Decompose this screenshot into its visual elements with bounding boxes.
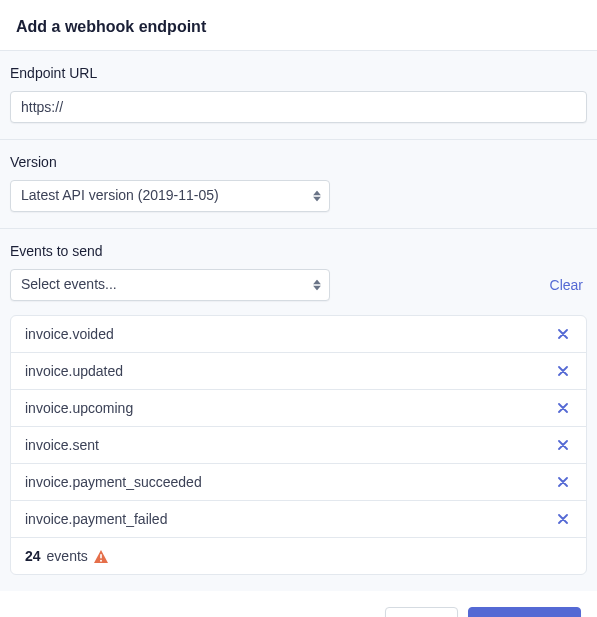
event-list: invoice.voided invoice.updated invoice.u… bbox=[10, 315, 587, 575]
endpoint-url-input[interactable] bbox=[10, 91, 587, 123]
clear-events-link[interactable]: Clear bbox=[550, 277, 587, 293]
event-item: invoice.payment_failed bbox=[11, 501, 586, 538]
modal-actions: Cancel Add endpoint bbox=[0, 591, 597, 617]
version-label: Version bbox=[10, 154, 587, 170]
event-item: invoice.sent bbox=[11, 427, 586, 464]
event-item: invoice.voided bbox=[11, 316, 586, 353]
remove-event-icon[interactable] bbox=[554, 472, 572, 492]
version-section: Version Latest API version (2019-11-05) bbox=[0, 140, 597, 229]
remove-event-icon[interactable] bbox=[554, 435, 572, 455]
remove-event-icon[interactable] bbox=[554, 509, 572, 529]
remove-event-icon[interactable] bbox=[554, 398, 572, 418]
version-selected-value: Latest API version (2019-11-05) bbox=[21, 187, 219, 203]
events-label: Events to send bbox=[10, 243, 587, 259]
events-select[interactable]: Select events... bbox=[10, 269, 330, 301]
select-caret-icon bbox=[313, 280, 321, 291]
modal-title: Add a webhook endpoint bbox=[16, 18, 581, 36]
event-count-number: 24 bbox=[25, 548, 41, 564]
events-placeholder: Select events... bbox=[21, 276, 117, 292]
event-name: invoice.voided bbox=[25, 326, 114, 342]
events-section: Events to send Select events... Clear in… bbox=[0, 229, 597, 591]
svg-rect-0 bbox=[100, 554, 102, 559]
remove-event-icon[interactable] bbox=[554, 324, 572, 344]
add-endpoint-button[interactable]: Add endpoint bbox=[468, 607, 581, 617]
event-name: invoice.sent bbox=[25, 437, 99, 453]
event-name: invoice.payment_succeeded bbox=[25, 474, 202, 490]
version-select[interactable]: Latest API version (2019-11-05) bbox=[10, 180, 330, 212]
event-item: invoice.payment_succeeded bbox=[11, 464, 586, 501]
event-count-label: events bbox=[47, 548, 88, 564]
modal-header: Add a webhook endpoint bbox=[0, 0, 597, 51]
event-name: invoice.updated bbox=[25, 363, 123, 379]
cancel-button[interactable]: Cancel bbox=[385, 607, 459, 617]
event-item: invoice.updated bbox=[11, 353, 586, 390]
event-count-footer: 24 events bbox=[11, 538, 586, 574]
events-control-row: Select events... Clear bbox=[10, 269, 587, 301]
webhook-modal: Add a webhook endpoint Endpoint URL Vers… bbox=[0, 0, 597, 617]
svg-point-1 bbox=[100, 559, 102, 561]
event-item: invoice.upcoming bbox=[11, 390, 586, 427]
event-name: invoice.upcoming bbox=[25, 400, 133, 416]
endpoint-url-section: Endpoint URL bbox=[0, 51, 597, 140]
endpoint-url-label: Endpoint URL bbox=[10, 65, 587, 81]
select-caret-icon bbox=[313, 191, 321, 202]
event-name: invoice.payment_failed bbox=[25, 511, 167, 527]
warning-icon bbox=[94, 550, 108, 563]
remove-event-icon[interactable] bbox=[554, 361, 572, 381]
